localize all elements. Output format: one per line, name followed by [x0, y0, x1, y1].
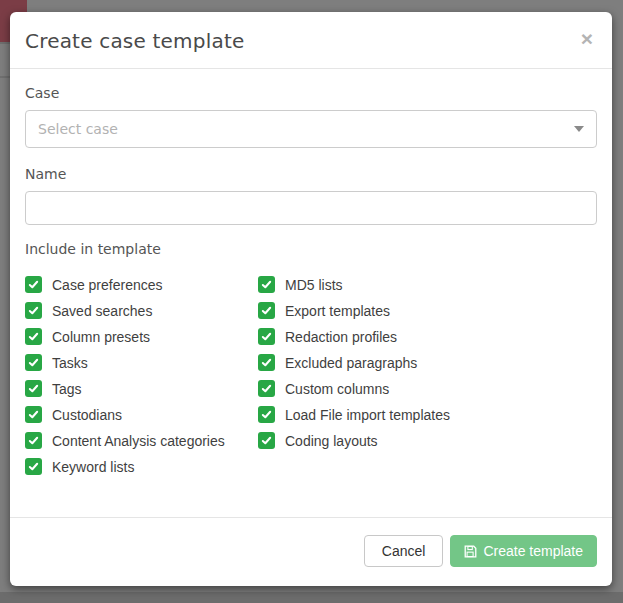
include-options-left-column: Case preferencesSaved searchesColumn pre… — [25, 276, 258, 484]
checkbox-item[interactable]: Excluded paragraphs — [258, 354, 597, 371]
checkbox-item[interactable]: Case preferences — [25, 276, 258, 293]
checkbox-checked-icon[interactable] — [25, 328, 42, 345]
checkbox-checked-icon[interactable] — [25, 380, 42, 397]
create-template-button[interactable]: Create template — [450, 535, 597, 567]
checkbox-item-label: Case preferences — [52, 277, 163, 293]
checkbox-item[interactable]: Coding layouts — [258, 432, 597, 449]
save-icon — [464, 545, 477, 558]
checkbox-item[interactable]: Redaction profiles — [258, 328, 597, 345]
checkbox-checked-icon[interactable] — [25, 406, 42, 423]
checkbox-item[interactable]: Tasks — [25, 354, 258, 371]
case-label: Case — [25, 85, 597, 101]
name-input[interactable] — [25, 191, 597, 225]
checkbox-checked-icon[interactable] — [258, 406, 275, 423]
checkbox-item[interactable]: Custodians — [25, 406, 258, 423]
checkbox-item-label: Column presets — [52, 329, 150, 345]
checkbox-item[interactable]: Export templates — [258, 302, 597, 319]
checkbox-checked-icon[interactable] — [258, 302, 275, 319]
checkbox-item[interactable]: Custom columns — [258, 380, 597, 397]
checkbox-checked-icon[interactable] — [25, 458, 42, 475]
cancel-button[interactable]: Cancel — [364, 535, 444, 567]
checkbox-checked-icon[interactable] — [258, 380, 275, 397]
background-row-divider — [0, 76, 10, 78]
background-row-divider — [0, 42, 10, 44]
checkbox-checked-icon[interactable] — [258, 354, 275, 371]
close-icon[interactable]: × — [577, 31, 597, 47]
checkbox-item[interactable]: Tags — [25, 380, 258, 397]
checkbox-item[interactable]: Keyword lists — [25, 458, 258, 475]
checkbox-checked-icon[interactable] — [258, 276, 275, 293]
checkbox-checked-icon[interactable] — [258, 328, 275, 345]
checkbox-item-label: Redaction profiles — [285, 329, 397, 345]
checkbox-item[interactable]: Load File import templates — [258, 406, 597, 423]
checkbox-item[interactable]: MD5 lists — [258, 276, 597, 293]
include-options-grid: Case preferencesSaved searchesColumn pre… — [25, 276, 597, 484]
checkbox-item-label: Coding layouts — [285, 433, 378, 449]
background-footer-strip — [0, 592, 623, 603]
checkbox-checked-icon[interactable] — [25, 302, 42, 319]
checkbox-checked-icon[interactable] — [25, 276, 42, 293]
checkbox-item[interactable]: Saved searches — [25, 302, 258, 319]
checkbox-checked-icon[interactable] — [25, 354, 42, 371]
include-in-template-label: Include in template — [25, 241, 597, 257]
checkbox-item-label: Content Analysis categories — [52, 433, 225, 449]
chevron-down-icon — [574, 126, 584, 132]
dialog-footer: Cancel Create template — [10, 517, 612, 586]
checkbox-item-label: Export templates — [285, 303, 390, 319]
checkbox-checked-icon[interactable] — [258, 432, 275, 449]
checkbox-item-label: Tasks — [52, 355, 88, 371]
dialog-title: Create case template — [25, 29, 244, 53]
checkbox-item-label: Saved searches — [52, 303, 152, 319]
dialog-header: Create case template × — [10, 12, 612, 69]
checkbox-item-label: MD5 lists — [285, 277, 343, 293]
checkbox-item-label: Load File import templates — [285, 407, 450, 423]
dialog-body: Case Select case Name Include in templat… — [10, 69, 612, 517]
checkbox-item[interactable]: Column presets — [25, 328, 258, 345]
checkbox-item-label: Custom columns — [285, 381, 389, 397]
checkbox-item-label: Keyword lists — [52, 459, 134, 475]
create-template-button-label: Create template — [483, 543, 583, 559]
checkbox-item-label: Excluded paragraphs — [285, 355, 417, 371]
checkbox-item[interactable]: Content Analysis categories — [25, 432, 258, 449]
checkbox-item-label: Custodians — [52, 407, 122, 423]
case-select-placeholder: Select case — [38, 121, 118, 137]
name-label: Name — [25, 166, 597, 182]
create-case-template-dialog: Create case template × Case Select case … — [10, 12, 612, 586]
checkbox-checked-icon[interactable] — [25, 432, 42, 449]
screen: Create case template × Case Select case … — [0, 0, 623, 603]
case-select[interactable]: Select case — [25, 110, 597, 148]
checkbox-item-label: Tags — [52, 381, 82, 397]
include-options-right-column: MD5 listsExport templatesRedaction profi… — [258, 276, 597, 484]
